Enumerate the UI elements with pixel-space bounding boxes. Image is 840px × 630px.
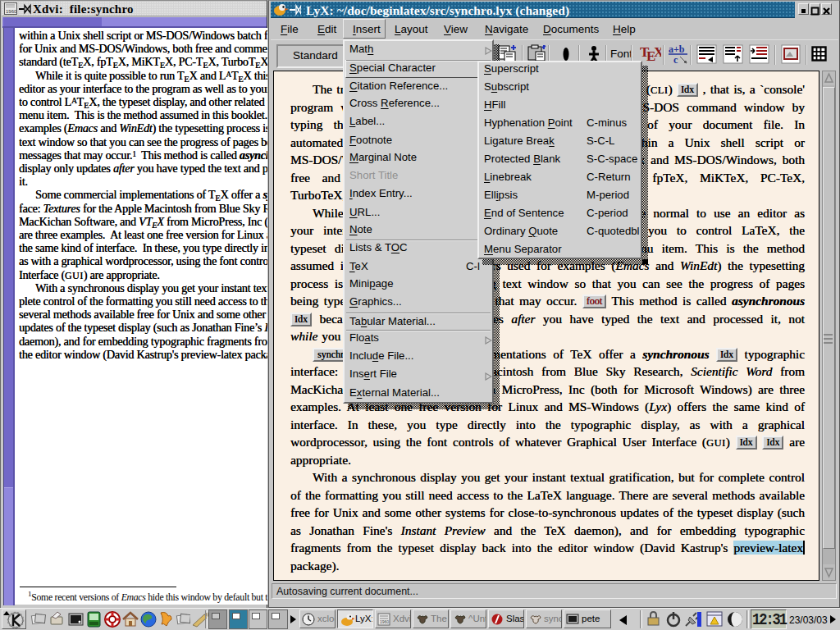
svg-text:c: c (673, 54, 678, 66)
svg-text:1960: 1960 (380, 619, 389, 624)
svg-text:1960: 1960 (6, 9, 17, 14)
svg-text:X: X (654, 44, 661, 60)
svg-text:a+b: a+b (669, 43, 685, 55)
